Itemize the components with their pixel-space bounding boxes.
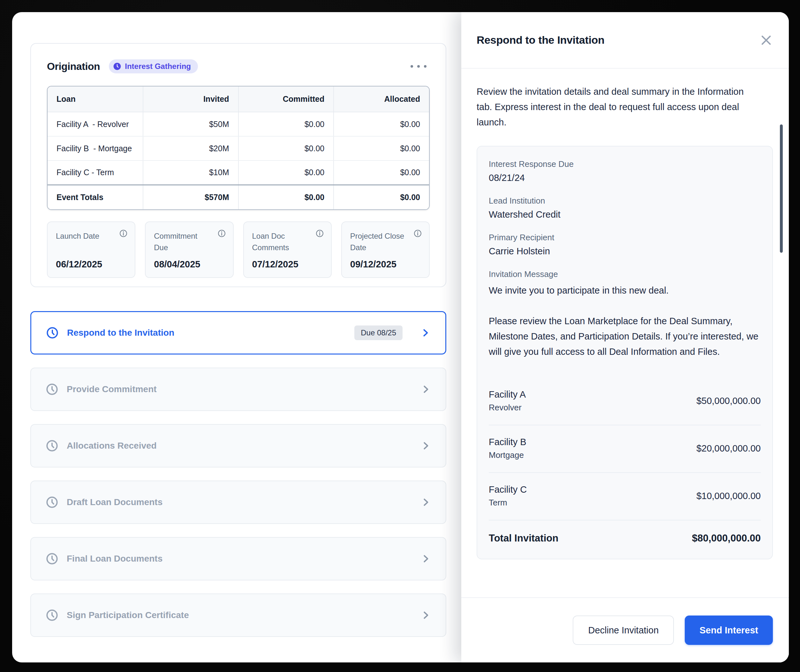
drawer-body: Review the invitation details and deal s… xyxy=(461,69,789,559)
app-window: Origination Interest Gathering Loan Invi… xyxy=(12,12,789,662)
task-label: Respond to the Invitation xyxy=(67,328,174,338)
task-respond-to-invitation[interactable]: Respond to the Invitation Due 08/25 xyxy=(30,311,446,355)
clock-icon xyxy=(46,383,58,396)
facility-type: Mortgage xyxy=(489,450,526,460)
clock-icon xyxy=(46,609,58,622)
facility-row-c: Facility C Term $10,000,000.00 xyxy=(489,472,761,520)
clock-icon xyxy=(46,552,58,565)
task-provide-commitment[interactable]: Provide Commitment xyxy=(30,368,446,411)
field-label: Interest Response Due xyxy=(489,159,761,169)
field-label: Primary Recipient xyxy=(489,233,761,243)
status-badge-label: Interest Gathering xyxy=(125,62,191,70)
table-row: Facility B - Mortgage $20M $0.00 $0.00 xyxy=(48,136,429,160)
column-header-invited: Invited xyxy=(143,86,239,112)
invitation-details-box: Interest Response Due 08/21/24 Lead Inst… xyxy=(477,146,773,559)
task-allocations-received[interactable]: Allocations Received xyxy=(30,424,446,467)
table-row: Facility C - Term $10M $0.00 $0.00 xyxy=(48,160,429,185)
drawer-scrollbar-thumb[interactable] xyxy=(780,125,783,253)
drawer-header: Respond to the Invitation xyxy=(461,12,789,69)
date-card-value: 08/04/2025 xyxy=(154,259,200,270)
loan-table-wrap: Loan Invited Committed Allocated Facilit… xyxy=(47,86,430,210)
origination-card: Origination Interest Gathering Loan Invi… xyxy=(30,43,446,287)
cell-allocated: $0.00 xyxy=(333,112,429,136)
total-invitation-label: Total Invitation xyxy=(489,533,558,544)
status-badge: Interest Gathering xyxy=(109,59,198,74)
clock-filled-icon xyxy=(113,62,121,70)
task-label: Final Loan Documents xyxy=(67,554,162,564)
facility-row-b: Facility B Mortgage $20,000,000.00 xyxy=(489,425,761,472)
info-icon[interactable] xyxy=(316,229,324,238)
date-card-label: Loan Doc Comments xyxy=(252,230,309,253)
column-header-allocated: Allocated xyxy=(333,86,429,112)
totals-invited: $570M xyxy=(143,185,239,209)
origination-title: Origination xyxy=(47,61,100,72)
facility-amount: $50,000,000.00 xyxy=(696,396,761,406)
cell-committed: $0.00 xyxy=(239,112,334,136)
info-icon[interactable] xyxy=(414,229,422,238)
field-value: 08/21/24 xyxy=(489,173,761,183)
chevron-right-icon xyxy=(421,441,431,451)
ellipsis-menu-icon[interactable] xyxy=(407,62,430,71)
loan-table: Loan Invited Committed Allocated Facilit… xyxy=(48,86,429,209)
field-interest-response-due: Interest Response Due 08/21/24 xyxy=(489,159,761,183)
facility-type: Term xyxy=(489,498,527,508)
decline-invitation-button[interactable]: Decline Invitation xyxy=(573,616,674,645)
clock-icon xyxy=(46,326,59,339)
origination-card-header: Origination Interest Gathering xyxy=(47,57,430,76)
cell-invited: $20M xyxy=(143,136,239,160)
chevron-right-icon xyxy=(421,554,431,564)
facility-amount: $20,000,000.00 xyxy=(696,443,761,454)
launch-date-card: Launch Date 06/12/2025 xyxy=(47,221,135,278)
cell-loan: Facility A - Revolver xyxy=(48,112,143,136)
task-final-loan-documents[interactable]: Final Loan Documents xyxy=(30,537,446,581)
facility-row-a: Facility A Revolver $50,000,000.00 xyxy=(489,378,761,425)
chevron-right-icon xyxy=(421,497,431,507)
cell-invited: $50M xyxy=(143,112,239,136)
chevron-right-icon xyxy=(421,384,431,394)
cell-loan: Facility B - Mortgage xyxy=(48,136,143,160)
total-invitation-amount: $80,000,000.00 xyxy=(692,533,761,544)
date-card-label: Launch Date xyxy=(56,230,113,242)
facility-name: Facility B xyxy=(489,437,526,447)
invitation-message-paragraph: Please review the Loan Marketplace for t… xyxy=(489,314,761,359)
invitation-message-paragraph: We invite you to participate in this new… xyxy=(489,283,761,298)
page-background: Origination Interest Gathering Loan Invi… xyxy=(0,0,800,672)
cell-loan: Facility C - Term xyxy=(48,160,143,185)
task-label: Allocations Received xyxy=(67,441,157,451)
field-lead-institution: Lead Institution Watershed Credit xyxy=(489,196,761,220)
projected-close-date-card: Projected Close Date 09/12/2025 xyxy=(341,221,430,278)
close-icon[interactable] xyxy=(760,34,773,47)
cell-allocated: $0.00 xyxy=(333,136,429,160)
date-card-label: Projected Close Date xyxy=(350,230,408,253)
task-sign-participation-certificate[interactable]: Sign Participation Certificate xyxy=(30,594,446,637)
field-value: Carrie Holstein xyxy=(489,246,761,256)
totals-committed: $0.00 xyxy=(239,185,334,209)
facility-name: Facility A xyxy=(489,389,526,400)
task-draft-loan-documents[interactable]: Draft Loan Documents xyxy=(30,480,446,524)
cell-committed: $0.00 xyxy=(239,160,334,185)
info-icon[interactable] xyxy=(119,229,128,238)
cell-allocated: $0.00 xyxy=(333,160,429,185)
milestone-date-cards: Launch Date 06/12/2025 Commitment Due 08… xyxy=(47,221,430,278)
field-primary-recipient: Primary Recipient Carrie Holstein xyxy=(489,233,761,256)
field-label: Invitation Message xyxy=(489,269,761,279)
total-invitation-row: Total Invitation $80,000,000.00 xyxy=(489,520,761,559)
cell-committed: $0.00 xyxy=(239,136,334,160)
info-icon[interactable] xyxy=(217,229,226,238)
send-interest-button[interactable]: Send Interest xyxy=(685,616,773,645)
commitment-due-card: Commitment Due 08/04/2025 xyxy=(145,221,233,278)
cell-invited: $10M xyxy=(143,160,239,185)
totals-label: Event Totals xyxy=(48,185,143,209)
respond-invitation-drawer: Respond to the Invitation Review the inv… xyxy=(461,12,789,662)
table-totals-row: Event Totals $570M $0.00 $0.00 xyxy=(48,185,429,209)
column-header-committed: Committed xyxy=(239,86,334,112)
facility-amount: $10,000,000.00 xyxy=(696,491,761,501)
task-label: Draft Loan Documents xyxy=(67,497,162,507)
date-card-value: 09/12/2025 xyxy=(350,259,396,270)
chevron-right-icon xyxy=(421,610,431,620)
task-label: Sign Participation Certificate xyxy=(67,610,189,620)
chevron-right-icon xyxy=(420,328,431,338)
column-header-loan: Loan xyxy=(48,86,143,112)
task-label: Provide Commitment xyxy=(67,384,157,394)
field-invitation-message: Invitation Message We invite you to part… xyxy=(489,269,761,359)
